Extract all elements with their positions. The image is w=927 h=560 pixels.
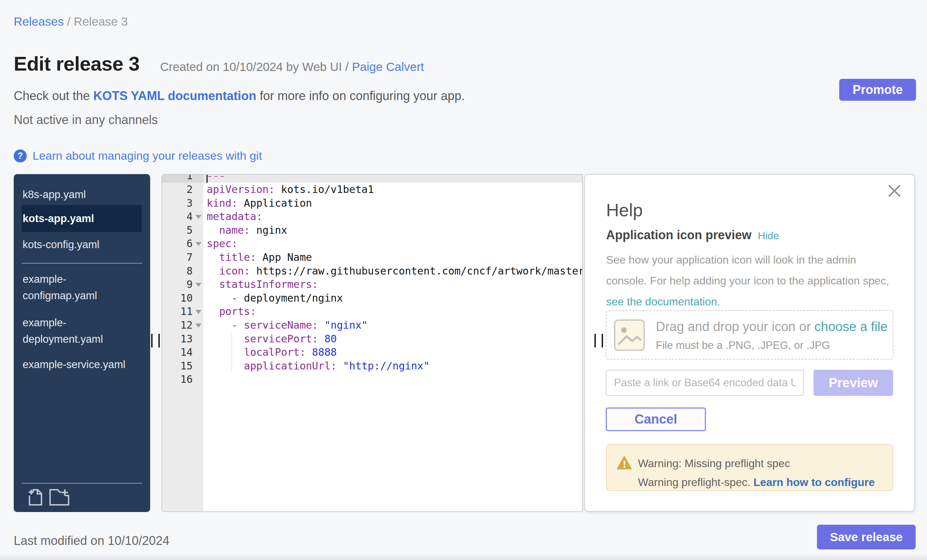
gutter-line-12: 12 [162,319,203,332]
preview-button[interactable]: Preview [813,370,893,396]
fold-toggle-icon-line-4[interactable] [195,215,202,219]
dropzone-subtext: File must be a .PNG, .JPEG, or .JPG [656,339,830,352]
yaml-editor[interactable]: 12345678910111213141516---apiVersion: ko… [161,174,583,512]
gutter-line-3: 3 [162,196,203,210]
gutter-line-11: 11 [162,305,203,319]
warning-title: Warning: Missing preflight spec [638,457,790,469]
gutter-line-13: 13 [162,332,203,346]
created-line: Created on 10/10/2024 by Web UI / Paige … [160,60,424,74]
text-cursor [207,175,208,183]
fold-toggle-icon-line-6[interactable] [195,242,202,246]
code-line-12: - serviceName: "nginx" [203,319,582,332]
gutter-line-2: 2 [162,183,203,196]
choose-file-link[interactable]: choose a file [815,319,887,334]
help-paragraph: See how your application icon will look … [606,249,894,312]
gutter-line-14: 14 [162,346,203,359]
docs-hint-prefix: Check out the [14,89,93,103]
kots-yaml-docs-link[interactable]: KOTS YAML documentation [93,89,256,103]
git-releases-link[interactable]: Learn about managing your releases with … [33,149,262,162]
code-line-13: servicePort: 80 [203,332,582,346]
hide-link[interactable]: Hide [758,230,779,241]
image-placeholder-icon [614,319,645,353]
code-line-7: title: App Name [203,250,582,264]
file-item-k8s-app.yaml[interactable]: k8s-app.yaml [21,187,131,203]
learn-configure-link[interactable]: Learn how to configure [754,476,875,489]
help-section-title: Application icon preview [606,228,751,242]
code-line-16 [203,373,582,386]
help-section-row: Application icon preview Hide [606,228,779,245]
code-line-5: name: nginx [203,223,582,237]
see-documentation-link[interactable]: see the documentation [606,296,717,308]
icon-dropzone[interactable] [606,310,894,360]
editor-gutter: 12345678910111213141516 [162,175,203,511]
file-item-kots-config.yaml[interactable]: kots-config.yaml [21,237,131,253]
close-icon[interactable] [887,184,901,198]
gutter-line-15: 15 [162,359,203,373]
code-line-2: apiVersion: kots.io/v1beta1 [203,183,582,196]
file-sidebar: k8s-app.yamlkots-app.yamlkots-config.yam… [14,174,150,512]
code-line-3: kind: Application [203,196,582,210]
fold-toggle-icon-line-12[interactable] [195,323,202,328]
code-line-8: icon: https://raw.githubusercontent.com/… [203,264,582,278]
help-panel-title: Help [606,201,643,219]
gutter-line-1: 1 [162,175,203,183]
file-item-kots-app.yaml[interactable]: kots-app.yaml [21,205,141,232]
author-link[interactable]: Paige Calvert [352,60,424,73]
code-line-9: statusInformers: [203,278,582,291]
indent-guide [231,332,232,373]
created-text: Created on 10/10/2024 by Web UI / [160,60,352,73]
code-line-11: ports: [203,305,582,319]
new-folder-icon[interactable] [49,489,70,507]
docs-hint-suffix: for more info on configuring your app. [257,89,465,103]
last-modified-label: Last modified on 10/10/2024 [14,534,169,548]
warning-icon [617,456,632,471]
channel-status: Not active in any channels [14,113,158,127]
help-paragraph-period: . [717,296,720,308]
help-paragraph-text: See how your application icon will look … [606,253,889,287]
gutter-line-8: 8 [162,264,203,278]
gutter-line-5: 5 [162,223,203,237]
file-item-example-service.yaml[interactable]: example-service.yaml [21,357,131,373]
editor-help-resize-handle[interactable] [594,334,603,348]
git-help-row: ? Learn about managing your releases wit… [14,149,262,162]
code-line-6: spec: [203,237,582,250]
dropzone-text-prefix: Drag and drop your icon or [656,319,815,334]
code-line-14: localPort: 8888 [203,346,582,359]
warning-detail: Warning preflight-spec. Learn how to con… [638,476,875,489]
new-file-icon[interactable] [29,489,42,507]
docs-hint-line: Check out the KOTS YAML documentation fo… [14,89,465,103]
gutter-line-6: 6 [162,237,203,250]
cancel-button[interactable]: Cancel [606,407,706,431]
icon-url-input[interactable] [606,370,804,396]
gutter-line-16: 16 [162,373,203,386]
fold-toggle-icon-line-9[interactable] [195,283,202,287]
code-line-15: applicationUrl: "http://nginx" [203,359,582,373]
question-icon: ? [14,149,27,162]
code-line-1: --- [203,175,582,183]
promote-button[interactable]: Promote [839,79,916,101]
dropzone-text: Drag and drop your icon or choose a file [656,320,887,334]
code-line-10: - deployment/nginx [203,291,582,305]
warning-detail-text: Warning preflight-spec. [638,476,754,489]
sidebar-editor-resize-handle[interactable] [151,334,160,348]
breadcrumb: Releases / Release 3 [14,15,128,29]
sidebar-divider-top [21,263,142,264]
footer-shade [0,553,927,560]
save-release-button[interactable]: Save release [817,525,916,549]
breadcrumb-current: Release 3 [74,15,128,28]
breadcrumb-releases-link[interactable]: Releases [14,15,64,28]
breadcrumb-separator: / [64,15,74,28]
sidebar-divider-bottom [21,483,142,484]
gutter-line-10: 10 [162,291,203,305]
code-line-4: metadata: [203,210,582,223]
sidebar-actions [29,489,70,507]
page-title: Edit release 3 [14,53,140,75]
fold-toggle-icon-line-11[interactable] [195,310,202,314]
file-item-example-deployment.yaml[interactable]: example-deployment.yaml [21,315,131,348]
gutter-line-4: 4 [162,210,203,223]
gutter-line-7: 7 [162,250,203,264]
gutter-line-9: 9 [162,278,203,291]
file-item-example-configmap.yaml[interactable]: example-configmap.yaml [21,271,131,304]
